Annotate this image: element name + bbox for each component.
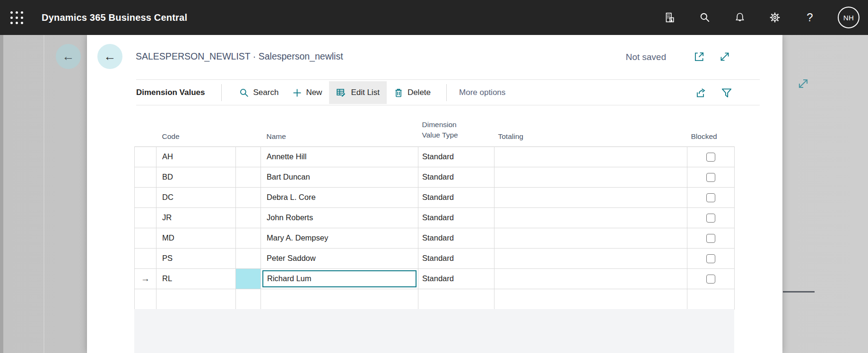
code-cell[interactable]: BD [156, 167, 236, 187]
row-selector-cell[interactable]: → [135, 248, 156, 268]
name-text: Annette Hill [267, 152, 306, 161]
indent-cell [236, 146, 261, 167]
help-icon[interactable]: ? [803, 10, 817, 25]
delete-button[interactable]: Delete [387, 81, 438, 104]
settings-gear-icon[interactable] [768, 10, 782, 25]
totaling-cell[interactable] [495, 187, 687, 207]
row-selector-cell[interactable]: → [135, 187, 156, 207]
blocked-checkbox[interactable] [706, 254, 715, 263]
name-cell[interactable]: Peter Saddow [261, 248, 418, 268]
filter-icon[interactable] [720, 87, 733, 99]
name-cell[interactable]: Richard Lum [261, 268, 418, 289]
dimmed-back-button [56, 44, 81, 69]
name-text: Peter Saddow [267, 254, 316, 262]
dimension-values-grid: Code Name Dimension Value Type Totaling … [134, 111, 734, 310]
indent-cell [236, 248, 261, 268]
blocked-cell [687, 268, 735, 289]
code-cell[interactable]: DC [156, 187, 236, 207]
blocked-checkbox[interactable] [706, 214, 715, 223]
search-button[interactable]: Search [232, 81, 286, 104]
totaling-cell[interactable] [495, 207, 687, 228]
plus-icon [293, 88, 302, 97]
name-text: Debra L. Core [267, 193, 316, 201]
blocked-checkbox[interactable] [706, 193, 715, 202]
back-button[interactable] [97, 44, 122, 69]
totaling-cell[interactable] [495, 167, 687, 187]
dimension-value-type-cell[interactable]: Standard [418, 207, 495, 228]
blocked-checkbox[interactable] [706, 153, 715, 162]
user-avatar[interactable]: NH [838, 7, 859, 28]
totaling-cell[interactable] [495, 289, 687, 309]
blocked-checkbox[interactable] [706, 173, 715, 182]
more-options-button[interactable]: More options [451, 81, 513, 104]
totaling-cell[interactable] [495, 268, 687, 289]
blocked-column-header[interactable]: Blocked [687, 111, 735, 146]
search-label: Search [253, 88, 279, 97]
empty-row: → [135, 289, 735, 309]
action-bar: Dimension Values Search New [136, 80, 760, 105]
row-selector-cell[interactable]: → [135, 228, 156, 248]
name-cell[interactable]: Bart Duncan [261, 167, 418, 187]
search-icon[interactable] [698, 10, 712, 25]
dimension-value-type-cell[interactable]: Standard [418, 146, 495, 167]
dimension-value-type-cell[interactable]: Standard [418, 228, 495, 248]
totaling-cell[interactable] [495, 248, 687, 268]
environment-icon[interactable] [663, 10, 677, 25]
blocked-checkbox[interactable] [706, 275, 715, 284]
name-edit-input[interactable]: Richard Lum [262, 270, 417, 287]
row-selector-cell[interactable]: → [135, 268, 156, 289]
name-text: Mary A. Dempsey [267, 233, 328, 242]
trash-icon [394, 88, 403, 98]
app-launcher-button[interactable] [0, 0, 33, 35]
resize-dialog-icon[interactable] [719, 51, 731, 63]
dimension-value-type-cell[interactable]: Standard [418, 248, 495, 268]
indent-cell [236, 187, 261, 207]
code-cell[interactable]: JR [156, 207, 236, 228]
name-cell[interactable]: Debra L. Core [261, 187, 418, 207]
backdrop-left-edge [0, 35, 3, 353]
waffle-icon [10, 11, 23, 24]
dimension-value-type-cell[interactable]: Standard [418, 187, 495, 207]
blocked-cell [687, 187, 735, 207]
table-row: → DC Debra L. Core Standard [135, 187, 735, 207]
totaling-cell[interactable] [495, 146, 687, 167]
dimension-value-type-cell[interactable]: Standard [418, 167, 495, 187]
totaling-column-header[interactable]: Totaling [495, 111, 687, 146]
code-cell[interactable] [156, 289, 236, 309]
dimension-value-type-cell[interactable] [418, 289, 495, 309]
totaling-cell[interactable] [495, 228, 687, 248]
name-cell[interactable]: Annette Hill [261, 146, 418, 167]
row-selector-cell[interactable]: → [135, 207, 156, 228]
action-separator [221, 84, 222, 101]
edit-list-label: Edit List [351, 88, 379, 97]
dimension-value-type-column-header[interactable]: Dimension Value Type [418, 111, 495, 146]
name-column-header[interactable]: Name [261, 111, 418, 146]
name-cell[interactable]: Mary A. Dempsey [261, 228, 418, 248]
active-row-arrow-icon: → [141, 274, 150, 284]
code-cell[interactable]: RL [156, 268, 236, 289]
row-selector-cell[interactable]: → [135, 146, 156, 167]
blocked-cell [687, 228, 735, 248]
name-cell[interactable] [261, 289, 418, 309]
row-selector-cell[interactable]: → [135, 167, 156, 187]
code-column-header[interactable]: Code [156, 111, 236, 146]
new-button[interactable]: New [286, 81, 329, 104]
code-cell[interactable]: MD [156, 228, 236, 248]
dimension-value-type-cell[interactable]: Standard [418, 268, 495, 289]
action-separator [446, 84, 447, 101]
share-icon[interactable] [695, 87, 707, 99]
name-cell[interactable]: John Roberts [261, 207, 418, 228]
indent-cell [236, 228, 261, 248]
gap-column-header [236, 111, 261, 146]
code-cell[interactable]: PS [156, 248, 236, 268]
code-cell[interactable]: AH [156, 146, 236, 167]
grid-header-row: Code Name Dimension Value Type Totaling … [135, 111, 735, 146]
row-selector-cell[interactable]: → [135, 289, 156, 309]
delete-label: Delete [408, 88, 431, 97]
notifications-bell-icon[interactable] [733, 10, 747, 25]
indent-cell [236, 207, 261, 228]
title-divider [136, 79, 760, 80]
open-in-new-window-icon[interactable] [693, 51, 705, 63]
blocked-checkbox[interactable] [706, 234, 715, 243]
edit-list-button[interactable]: Edit List [329, 81, 386, 104]
